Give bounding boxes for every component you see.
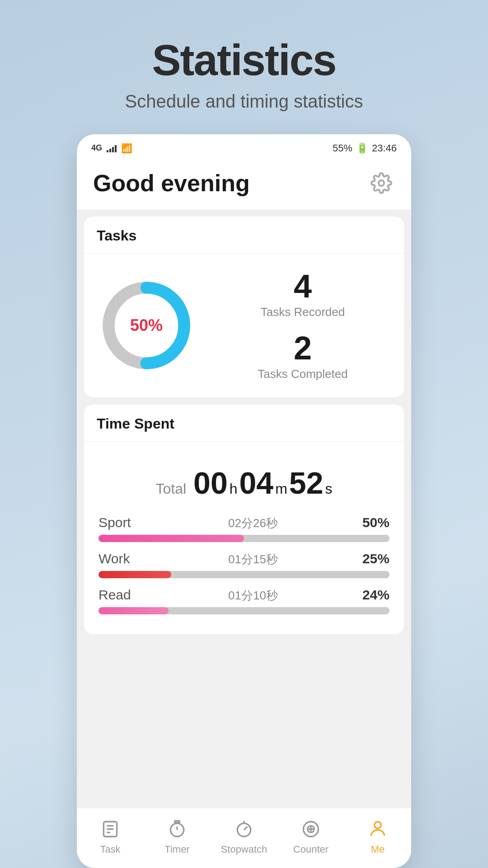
nav-item-timer[interactable]: Timer — [144, 817, 211, 855]
category-item-read: Read 01分10秒 24% — [99, 587, 389, 614]
category-time: 01分15秒 — [228, 552, 278, 567]
gear-icon — [371, 172, 392, 194]
stopwatch-label: Stopwatch — [221, 844, 267, 855]
app-header: Good evening — [77, 159, 411, 209]
greeting-text: Good evening — [93, 170, 250, 197]
category-pct: 50% — [362, 515, 389, 530]
page-subtitle: Schedule and timing statistics — [18, 91, 470, 112]
svg-point-17 — [375, 822, 381, 829]
tasks-completed-label: Tasks Completed — [214, 367, 391, 381]
minutes-unit: m — [275, 481, 287, 497]
category-name: Read — [99, 587, 144, 603]
time-spent-card: Time Spent Total 00 h 04 m 52 s Sport 02… — [84, 405, 404, 634]
category-bar-fill — [99, 607, 169, 614]
category-top: Sport 02分26秒 50% — [99, 515, 389, 531]
category-time: 02分26秒 — [228, 515, 278, 531]
tasks-card-header: Tasks — [84, 217, 404, 254]
network-label: 4G — [91, 143, 102, 153]
page-header: Statistics Schedule and timing statistic… — [0, 0, 488, 130]
signal-icon — [107, 144, 117, 152]
page-title: Statistics — [18, 36, 470, 84]
category-time: 01分10秒 — [228, 588, 278, 604]
seconds-value: 52 — [289, 465, 324, 500]
category-top: Read 01分10秒 24% — [99, 587, 389, 604]
tasks-completed-stat: 2 Tasks Completed — [214, 332, 391, 381]
minutes-value: 04 — [239, 465, 274, 500]
donut-chart: 50% — [97, 276, 196, 375]
status-left: 4G 📶 — [91, 143, 132, 154]
nav-item-me[interactable]: Me — [344, 817, 411, 855]
category-top: Work 01分15秒 25% — [99, 551, 389, 567]
nav-item-task[interactable]: Task — [77, 817, 144, 855]
hours-value: 00 — [193, 465, 228, 500]
category-pct: 24% — [362, 587, 389, 603]
category-name: Sport — [99, 515, 144, 530]
svg-rect-7 — [175, 821, 180, 823]
svg-point-0 — [379, 180, 384, 186]
svg-line-12 — [244, 827, 247, 830]
tasks-recorded-label: Tasks Recorded — [214, 305, 391, 319]
category-bar-bg — [99, 535, 389, 542]
nav-item-stopwatch[interactable]: Stopwatch — [211, 817, 277, 855]
hours-unit: h — [230, 481, 238, 497]
me-icon — [366, 817, 389, 841]
category-item-sport: Sport 02分26秒 50% — [99, 515, 389, 542]
clock: 23:46 — [372, 142, 397, 154]
category-item-work: Work 01分15秒 25% — [99, 551, 389, 578]
seconds-unit: s — [325, 481, 332, 497]
me-label: Me — [371, 844, 385, 855]
time-total-row: Total 00 h 04 m 52 s — [97, 454, 391, 515]
phone-frame: 4G 📶 55% 🔋 23:46 Good evening Tasks — [77, 134, 411, 868]
timer-label: Timer — [164, 844, 189, 855]
task-label: Task — [100, 844, 120, 855]
donut-percent-label: 50% — [130, 316, 163, 335]
tasks-body: 50% 4 Tasks Recorded 2 Tasks Completed — [84, 254, 404, 397]
settings-button[interactable] — [368, 170, 395, 197]
stopwatch-icon — [232, 817, 256, 841]
tasks-completed-count: 2 — [214, 332, 391, 364]
time-card-body: Total 00 h 04 m 52 s Sport 02分26秒 50% — [84, 442, 404, 634]
task-icon — [99, 817, 122, 841]
nav-item-counter[interactable]: Counter — [277, 817, 344, 855]
status-bar: 4G 📶 55% 🔋 23:46 — [77, 134, 411, 159]
tasks-recorded-count: 4 — [214, 270, 391, 302]
timer-icon — [165, 817, 189, 841]
category-bar-fill — [99, 571, 171, 578]
time-spent-header: Time Spent — [84, 405, 404, 442]
category-list: Sport 02分26秒 50% Work 01分15秒 25% Read 01… — [97, 515, 391, 622]
tasks-stats: 4 Tasks Recorded 2 Tasks Completed — [214, 270, 391, 381]
tasks-card: Tasks 50% 4 Tasks Recorded — [84, 217, 404, 397]
battery-icon: 🔋 — [356, 142, 368, 154]
bottom-nav: Task Timer Stopwatch — [77, 808, 411, 868]
counter-icon — [299, 817, 323, 841]
counter-label: Counter — [293, 844, 328, 855]
category-bar-bg — [99, 607, 389, 614]
battery-percent: 55% — [333, 142, 352, 154]
category-name: Work — [99, 551, 144, 566]
category-pct: 25% — [362, 551, 389, 566]
category-bar-fill — [99, 535, 244, 542]
category-bar-bg — [99, 571, 389, 578]
scroll-content[interactable]: Tasks 50% 4 Tasks Recorded — [77, 209, 411, 808]
wifi-icon: 📶 — [121, 143, 132, 154]
status-right: 55% 🔋 23:46 — [333, 142, 397, 154]
tasks-recorded-stat: 4 Tasks Recorded — [214, 270, 391, 319]
total-label: Total — [156, 481, 187, 497]
